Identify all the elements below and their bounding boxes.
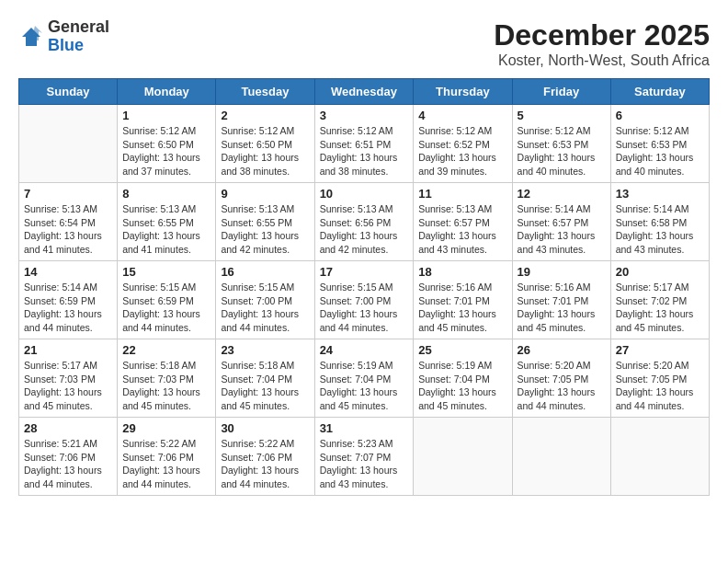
day-number: 18 (418, 265, 506, 279)
day-info: Sunrise: 5:13 AM Sunset: 6:57 PM Dayligh… (418, 202, 506, 257)
calendar-cell: 4Sunrise: 5:12 AM Sunset: 6:52 PM Daylig… (414, 105, 512, 183)
calendar-cell: 14Sunrise: 5:14 AM Sunset: 6:59 PM Dayli… (19, 261, 118, 339)
day-number: 22 (122, 343, 210, 357)
title-block: December 2025 Koster, North-West, South … (494, 18, 710, 69)
calendar-cell (414, 418, 512, 496)
day-info: Sunrise: 5:18 AM Sunset: 7:03 PM Dayligh… (122, 359, 210, 413)
day-info: Sunrise: 5:15 AM Sunset: 7:00 PM Dayligh… (320, 281, 409, 335)
day-info: Sunrise: 5:15 AM Sunset: 7:00 PM Dayligh… (221, 281, 309, 335)
day-number: 10 (320, 187, 409, 201)
day-info: Sunrise: 5:22 AM Sunset: 7:06 PM Dayligh… (122, 437, 210, 491)
calendar-cell: 22Sunrise: 5:18 AM Sunset: 7:03 PM Dayli… (118, 339, 216, 418)
day-number: 7 (24, 187, 112, 201)
day-number: 9 (221, 187, 309, 201)
day-number: 28 (24, 421, 112, 435)
calendar-cell (512, 418, 610, 496)
calendar-cell (610, 418, 709, 496)
day-number: 25 (418, 343, 506, 357)
page-subtitle: Koster, North-West, South Africa (494, 52, 710, 69)
day-number: 2 (221, 109, 309, 122)
day-number: 4 (418, 109, 506, 122)
day-info: Sunrise: 5:18 AM Sunset: 7:04 PM Dayligh… (221, 359, 309, 413)
calendar-day-header: Saturday (610, 79, 709, 105)
day-number: 20 (616, 265, 704, 279)
day-number: 3 (320, 109, 409, 122)
day-info: Sunrise: 5:19 AM Sunset: 7:04 PM Dayligh… (320, 359, 409, 413)
day-number: 21 (24, 343, 112, 357)
calendar-table: SundayMondayTuesdayWednesdayThursdayFrid… (18, 78, 710, 496)
day-info: Sunrise: 5:12 AM Sunset: 6:53 PM Dayligh… (518, 124, 606, 178)
calendar-cell: 8Sunrise: 5:13 AM Sunset: 6:55 PM Daylig… (118, 183, 216, 261)
calendar-cell: 3Sunrise: 5:12 AM Sunset: 6:51 PM Daylig… (314, 105, 414, 183)
day-number: 1 (122, 109, 210, 122)
day-number: 19 (518, 265, 606, 279)
day-number: 26 (518, 343, 606, 357)
day-info: Sunrise: 5:12 AM Sunset: 6:53 PM Dayligh… (616, 124, 704, 178)
day-number: 31 (320, 421, 409, 435)
day-info: Sunrise: 5:12 AM Sunset: 6:51 PM Dayligh… (320, 124, 409, 178)
calendar-cell: 7Sunrise: 5:13 AM Sunset: 6:54 PM Daylig… (19, 183, 118, 261)
calendar-week-row: 28Sunrise: 5:21 AM Sunset: 7:06 PM Dayli… (19, 418, 710, 496)
day-info: Sunrise: 5:19 AM Sunset: 7:04 PM Dayligh… (418, 359, 506, 413)
calendar-cell (19, 105, 118, 183)
day-number: 15 (122, 265, 210, 279)
day-info: Sunrise: 5:12 AM Sunset: 6:50 PM Dayligh… (122, 124, 210, 178)
day-info: Sunrise: 5:15 AM Sunset: 6:59 PM Dayligh… (122, 281, 210, 335)
calendar-day-header: Friday (512, 79, 610, 105)
calendar-cell: 12Sunrise: 5:14 AM Sunset: 6:57 PM Dayli… (512, 183, 610, 261)
calendar-cell: 6Sunrise: 5:12 AM Sunset: 6:53 PM Daylig… (610, 105, 709, 183)
day-info: Sunrise: 5:23 AM Sunset: 7:07 PM Dayligh… (320, 437, 409, 491)
calendar-cell: 13Sunrise: 5:14 AM Sunset: 6:58 PM Dayli… (610, 183, 709, 261)
calendar-cell: 27Sunrise: 5:20 AM Sunset: 7:05 PM Dayli… (610, 339, 709, 418)
calendar-week-row: 1Sunrise: 5:12 AM Sunset: 6:50 PM Daylig… (19, 105, 710, 183)
day-info: Sunrise: 5:17 AM Sunset: 7:02 PM Dayligh… (616, 281, 704, 335)
calendar-day-header: Monday (118, 79, 216, 105)
day-info: Sunrise: 5:20 AM Sunset: 7:05 PM Dayligh… (518, 359, 606, 413)
day-info: Sunrise: 5:14 AM Sunset: 6:57 PM Dayligh… (518, 202, 606, 257)
page-header: General Blue December 2025 Koster, North… (18, 18, 710, 69)
day-info: Sunrise: 5:13 AM Sunset: 6:56 PM Dayligh… (320, 202, 409, 257)
calendar-cell: 31Sunrise: 5:23 AM Sunset: 7:07 PM Dayli… (314, 418, 414, 496)
day-number: 6 (616, 109, 704, 122)
calendar-cell: 19Sunrise: 5:16 AM Sunset: 7:01 PM Dayli… (512, 261, 610, 339)
day-info: Sunrise: 5:13 AM Sunset: 6:55 PM Dayligh… (122, 202, 210, 257)
calendar-day-header: Sunday (19, 79, 118, 105)
day-number: 30 (221, 421, 309, 435)
calendar-cell: 17Sunrise: 5:15 AM Sunset: 7:00 PM Dayli… (314, 261, 414, 339)
calendar-cell: 20Sunrise: 5:17 AM Sunset: 7:02 PM Dayli… (610, 261, 709, 339)
day-info: Sunrise: 5:20 AM Sunset: 7:05 PM Dayligh… (616, 359, 704, 413)
calendar-cell: 25Sunrise: 5:19 AM Sunset: 7:04 PM Dayli… (414, 339, 512, 418)
day-number: 16 (221, 265, 309, 279)
day-number: 11 (418, 187, 506, 201)
calendar-cell: 28Sunrise: 5:21 AM Sunset: 7:06 PM Dayli… (19, 418, 118, 496)
day-info: Sunrise: 5:17 AM Sunset: 7:03 PM Dayligh… (24, 359, 112, 413)
day-number: 5 (518, 109, 606, 122)
calendar-cell: 2Sunrise: 5:12 AM Sunset: 6:50 PM Daylig… (216, 105, 314, 183)
calendar-cell: 18Sunrise: 5:16 AM Sunset: 7:01 PM Dayli… (414, 261, 512, 339)
day-number: 13 (616, 187, 704, 201)
calendar-cell: 16Sunrise: 5:15 AM Sunset: 7:00 PM Dayli… (216, 261, 314, 339)
calendar-header-row: SundayMondayTuesdayWednesdayThursdayFrid… (19, 79, 710, 105)
page-title: December 2025 (494, 18, 710, 52)
calendar-cell: 30Sunrise: 5:22 AM Sunset: 7:06 PM Dayli… (216, 418, 314, 496)
day-info: Sunrise: 5:13 AM Sunset: 6:55 PM Dayligh… (221, 202, 309, 257)
calendar-week-row: 7Sunrise: 5:13 AM Sunset: 6:54 PM Daylig… (19, 183, 710, 261)
day-info: Sunrise: 5:22 AM Sunset: 7:06 PM Dayligh… (221, 437, 309, 491)
calendar-cell: 15Sunrise: 5:15 AM Sunset: 6:59 PM Dayli… (118, 261, 216, 339)
day-info: Sunrise: 5:13 AM Sunset: 6:54 PM Dayligh… (24, 202, 112, 257)
calendar-cell: 5Sunrise: 5:12 AM Sunset: 6:53 PM Daylig… (512, 105, 610, 183)
day-number: 8 (122, 187, 210, 201)
calendar-cell: 10Sunrise: 5:13 AM Sunset: 6:56 PM Dayli… (314, 183, 414, 261)
calendar-cell: 11Sunrise: 5:13 AM Sunset: 6:57 PM Dayli… (414, 183, 512, 261)
calendar-cell: 21Sunrise: 5:17 AM Sunset: 7:03 PM Dayli… (19, 339, 118, 418)
day-info: Sunrise: 5:16 AM Sunset: 7:01 PM Dayligh… (518, 281, 606, 335)
day-info: Sunrise: 5:12 AM Sunset: 6:50 PM Dayligh… (221, 124, 309, 178)
calendar-day-header: Wednesday (314, 79, 414, 105)
day-number: 27 (616, 343, 704, 357)
logo-text: General Blue (48, 18, 109, 55)
logo: General Blue (18, 18, 109, 55)
day-number: 14 (24, 265, 112, 279)
logo-icon (18, 24, 44, 50)
calendar-week-row: 14Sunrise: 5:14 AM Sunset: 6:59 PM Dayli… (19, 261, 710, 339)
day-number: 29 (122, 421, 210, 435)
